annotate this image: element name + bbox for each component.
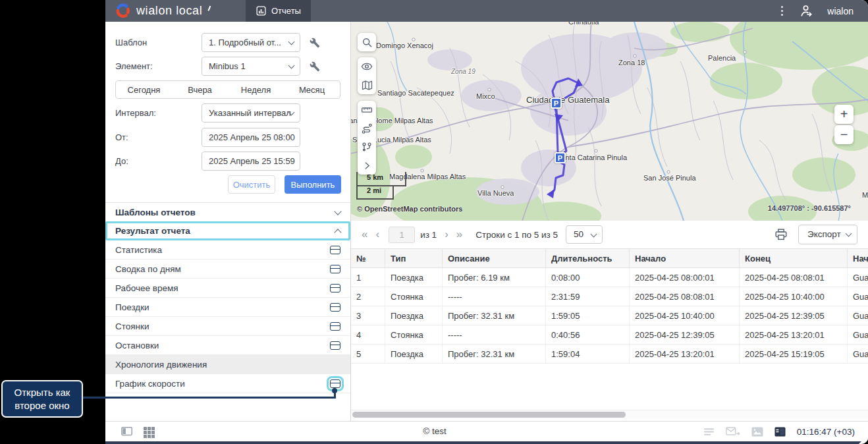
layout-panel-icon[interactable] [774,427,786,437]
element-select[interactable]: Minibus 1 [202,57,300,76]
section-report-templates-label: Шаблоны отчетов [115,208,196,217]
open-as-second-window-icon[interactable] [330,265,340,273]
map-visibility-button[interactable] [358,57,376,76]
next-page-button[interactable]: › [441,228,452,241]
table-row[interactable]: 4Стоянка-----0:40:562025-04-25 12:39:052… [351,325,868,345]
table-cell: 2025-04-25 12:39:05 [630,325,740,345]
log-icon[interactable] [703,427,715,437]
parking-marker[interactable]: P [555,152,566,163]
print-button[interactable] [774,228,788,241]
report-table-item[interactable]: Статистика [105,240,350,260]
table-cell: Стоянка [385,325,443,345]
section-report-result-label: Результат отчета [115,226,190,236]
open-as-second-window-icon[interactable] [330,246,340,254]
tab-reports[interactable]: Отчеты [246,0,311,22]
measure-distance-button[interactable] [358,101,376,119]
last-page-button[interactable]: » [452,228,466,241]
to-row: До: 2025 Апрель 25 15:59 [105,152,350,171]
range-button[interactable]: Неделя [228,85,284,95]
parking-marker[interactable]: P [551,97,562,109]
to-label: До: [105,156,202,166]
pages-count-label: из 1 [420,230,437,240]
open-as-second-window-icon[interactable] [330,322,340,331]
report-table-item[interactable]: Поездки [105,298,350,317]
clear-button[interactable]: Очистить [228,175,275,194]
table-row[interactable]: 3ПоездкаПробег: 32.31 км1:59:052025-04-2… [351,306,868,325]
map[interactable]: ChinautlaDomingo XenacojPalenciaZona 18Z… [351,22,868,221]
open-as-second-window-icon[interactable] [330,341,340,350]
kebab-menu-icon[interactable] [778,3,786,18]
prev-page-button[interactable]: ‹ [371,228,383,241]
report-table-item[interactable]: Рабочее время [105,279,350,298]
page-input[interactable] [389,227,415,243]
screen: wialon local Отчеты wialon [0,0,868,444]
table-cell: Guatemala, Ciudad [848,345,868,364]
username[interactable]: wialon [827,6,854,16]
map-layers-group [358,57,376,94]
annotation-line1: Открыть как [14,386,70,399]
rows-info-label: Строки с 1 по 5 из 5 [475,230,558,240]
map-search-button[interactable] [358,33,376,51]
report-table-item[interactable]: Сводка по дням [105,260,350,279]
track-tool-button[interactable] [358,119,376,138]
range-button[interactable]: Месяц [284,85,340,95]
resize-handle[interactable] [859,435,868,444]
open-as-second-window-icon[interactable] [330,303,340,312]
open-as-second-window-icon[interactable] [330,284,340,292]
scale-km: 5 km [356,172,406,186]
section-report-templates[interactable]: Шаблоны отчетов [105,202,350,221]
map-source-button[interactable] [358,76,376,94]
range-button[interactable]: Сегодня [116,85,172,95]
table-cell: Стоянка [385,287,443,306]
toggle-panel-button[interactable] [121,426,133,437]
table-row[interactable]: 5ПоездкаПробег: 32.31 км1:59:042025-04-2… [351,345,868,364]
zoom-in-button[interactable]: + [834,105,854,124]
report-table-item[interactable]: График скорости [105,374,350,393]
interval-select[interactable]: Указанный интервал [202,103,300,123]
first-page-button[interactable]: « [358,228,371,241]
template-settings-wrench-icon[interactable] [310,38,320,48]
report-table-item-label: Остановки [115,341,159,350]
page-size-select[interactable]: 50 [566,225,603,244]
map-canvas[interactable] [351,22,868,221]
from-date-input[interactable]: 2025 Апрель 25 08:00 [202,128,300,147]
topbar-right: wialon [778,0,868,22]
waypoints-tool-button[interactable] [358,138,376,156]
apps-grid-button[interactable] [144,427,155,438]
chevron-down-icon [846,231,852,237]
table-cell: Пробег: 32.31 км [443,306,546,325]
open-as-second-window-icon[interactable] [330,379,340,388]
report-table-item[interactable]: Хронология движения [105,355,350,374]
scrollbar-thumb[interactable] [352,412,626,418]
table-row[interactable]: 2Стоянка-----2:31:592025-04-25 08:08:012… [351,287,868,306]
footer-right: 01:16:47 (+03) [703,422,855,441]
clock-label: 01:16:47 (+03) [797,427,855,437]
zoom-out-button[interactable]: − [834,125,854,144]
messages-icon[interactable] [726,426,740,437]
table-cell: 4 [351,325,385,345]
table-cell: 0:08:00 [546,268,630,287]
element-select-value: Minibus 1 [209,61,246,71]
range-button[interactable]: Вчера [172,85,228,95]
map-icon [362,80,373,91]
export-button[interactable]: Экспорт [798,225,857,244]
to-date-value: 2025 Апрель 25 15:59 [209,156,295,166]
to-date-input[interactable]: 2025 Апрель 25 15:59 [202,152,300,171]
report-table-item[interactable]: Стоянки [105,317,350,336]
user-icon[interactable] [799,3,814,18]
template-select[interactable]: 1. Подробный от... [202,33,300,52]
eye-icon [361,61,373,72]
map-attribution: © OpenStreetMap contributors [357,205,462,213]
table-row[interactable]: 1ПоездкаПробег: 6.19 км0:08:002025-04-25… [351,268,868,287]
table-cell: Guatemala, Ciudad [848,325,868,345]
table-cell: Поездка [385,345,443,364]
app-window: wialon local Отчеты wialon [105,0,868,444]
media-icon[interactable] [751,427,763,437]
table-cell: Пробег: 32.31 км [443,345,546,364]
chevron-down-icon [288,39,295,45]
execute-button[interactable]: Выполнить [285,175,341,194]
element-settings-wrench-icon[interactable] [310,61,320,72]
section-report-result[interactable]: Результат отчета [105,221,350,240]
report-table-item[interactable]: Остановки [105,336,350,355]
scale-mi: 2 mi [356,185,394,200]
